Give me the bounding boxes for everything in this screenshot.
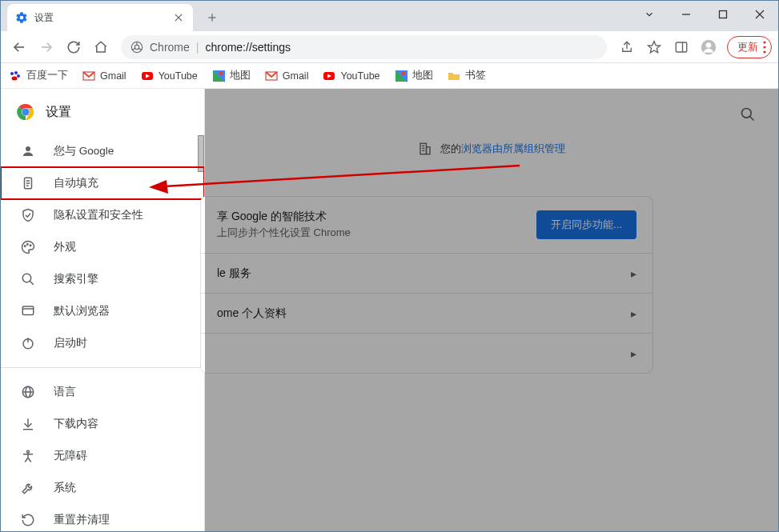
nav-home-button[interactable]: [89, 35, 113, 59]
bookmark-maps-2[interactable]: 地图: [395, 69, 433, 82]
sidebar-item-label: 您与 Google: [54, 144, 114, 158]
svg-point-21: [763, 46, 765, 48]
palette-icon: [20, 239, 36, 255]
baidu-icon: [9, 70, 22, 82]
svg-line-51: [30, 281, 34, 285]
kebab-menu-icon: [763, 41, 766, 54]
sidebar-item-downloads[interactable]: 下载内容: [1, 408, 204, 440]
sidebar-item-label: 外观: [54, 240, 76, 254]
svg-point-22: [763, 50, 765, 53]
chrome-icon: [131, 41, 143, 54]
youtube-icon: [323, 70, 335, 82]
tab-title: 设置: [34, 11, 166, 25]
chrome-logo-icon: [17, 103, 34, 121]
sidebar-item-appearance[interactable]: 外观: [1, 231, 204, 263]
window-minimize-button[interactable]: [668, 1, 705, 28]
svg-point-25: [17, 74, 20, 78]
sidebar-item-system[interactable]: 系统: [1, 472, 204, 504]
sidebar-item-label: 默认浏览器: [54, 304, 110, 318]
sidebar-item-label: 无障碍: [54, 449, 87, 463]
profile-avatar-button[interactable]: [697, 35, 721, 59]
omnibox-separator: |: [196, 41, 199, 54]
gmail-icon: [265, 70, 278, 82]
nav-back-button[interactable]: [7, 35, 31, 59]
share-button[interactable]: [615, 35, 639, 59]
svg-point-32: [219, 71, 223, 75]
reset-icon: [20, 512, 36, 528]
power-icon: [20, 335, 36, 351]
sidebar-item-privacy[interactable]: 隐私设置和安全性: [1, 199, 204, 231]
bookmark-youtube-2[interactable]: YouTube: [323, 70, 379, 82]
svg-point-26: [12, 76, 18, 80]
sidebar-item-label: 重置并清理: [54, 513, 110, 527]
bookmark-label: Gmail: [100, 70, 126, 82]
window-chevron-down[interactable]: [631, 9, 668, 20]
sidebar-item-languages[interactable]: 语言: [1, 376, 204, 408]
shield-icon: [20, 207, 36, 223]
person-icon: [20, 143, 36, 159]
sidebar-title: 设置: [46, 104, 71, 121]
sidebar-item-default-browser[interactable]: 默认浏览器: [1, 295, 204, 327]
svg-line-64: [25, 458, 28, 462]
sidebar-item-label: 启动时: [54, 336, 87, 350]
dim-overlay: [205, 89, 778, 531]
tab-close-icon[interactable]: [172, 11, 185, 24]
sidebar-item-reset[interactable]: 重置并清理: [1, 504, 204, 531]
svg-point-23: [10, 72, 14, 75]
new-tab-button[interactable]: [201, 6, 223, 29]
window-close-button[interactable]: [741, 1, 778, 28]
bookmark-label: YouTube: [159, 70, 198, 82]
autofill-icon: [20, 175, 36, 191]
svg-marker-15: [648, 41, 661, 52]
bookmark-baidu[interactable]: 百度一下: [9, 69, 68, 82]
svg-point-38: [401, 71, 405, 75]
folder-icon: [448, 70, 460, 82]
bookmarks-bar: 百度一下 Gmail YouTube 地图 Gmail YouTube 地图 书…: [1, 63, 778, 89]
svg-point-50: [22, 274, 31, 282]
bookmark-youtube[interactable]: YouTube: [141, 70, 198, 82]
sidebar-item-search-engine[interactable]: 搜索引擎: [1, 263, 204, 295]
bookmark-label: 书签: [465, 69, 486, 82]
bookmark-maps[interactable]: 地图: [212, 69, 251, 82]
bookmark-label: 百度一下: [26, 69, 68, 82]
sidebar-item-accessibility[interactable]: 无障碍: [1, 440, 204, 472]
bookmark-folder[interactable]: 书签: [448, 69, 486, 82]
sidebar-item-you-and-google[interactable]: 您与 Google: [1, 135, 204, 167]
bookmark-gmail[interactable]: Gmail: [82, 70, 126, 82]
settings-app: 设置 您与 Google 自动填充 隐私设置和安全性 外观 搜索引擎: [1, 89, 778, 531]
svg-point-48: [27, 244, 29, 246]
svg-rect-1: [720, 11, 727, 18]
nav-forward-button[interactable]: [34, 35, 58, 59]
svg-point-61: [27, 450, 30, 453]
maps-icon: [395, 70, 408, 82]
bookmark-gmail-2[interactable]: Gmail: [265, 70, 309, 82]
update-button[interactable]: 更新: [727, 36, 772, 58]
svg-point-42: [26, 146, 30, 151]
omnibox[interactable]: Chrome | chrome://settings: [121, 35, 607, 59]
search-icon: [20, 271, 36, 287]
bookmark-label: 地图: [412, 69, 433, 82]
wrench-icon: [20, 480, 36, 496]
accessibility-icon: [20, 448, 36, 464]
browser-icon: [20, 303, 36, 319]
svg-point-24: [14, 71, 18, 74]
sidebar-item-on-startup[interactable]: 启动时: [1, 327, 204, 359]
sidebar-item-label: 自动填充: [54, 176, 98, 190]
tab-settings[interactable]: 设置: [7, 4, 193, 31]
sidebar-item-label: 搜索引擎: [54, 272, 98, 286]
side-panel-button[interactable]: [669, 35, 693, 59]
omnibox-url: chrome://settings: [205, 41, 291, 54]
svg-rect-16: [676, 42, 687, 52]
nav-reload-button[interactable]: [62, 35, 86, 59]
update-label: 更新: [737, 40, 758, 54]
svg-point-19: [706, 42, 712, 48]
bookmark-star-button[interactable]: [642, 35, 666, 59]
svg-point-20: [763, 41, 765, 43]
sidebar-item-label: 隐私设置和安全性: [54, 208, 143, 222]
sidebar-item-autofill[interactable]: 自动填充: [1, 167, 204, 199]
window-maximize-button[interactable]: [705, 1, 741, 28]
svg-point-49: [30, 245, 31, 246]
sidebar-item-label: 下载内容: [54, 417, 98, 431]
svg-line-65: [28, 458, 31, 462]
svg-line-13: [132, 48, 135, 50]
